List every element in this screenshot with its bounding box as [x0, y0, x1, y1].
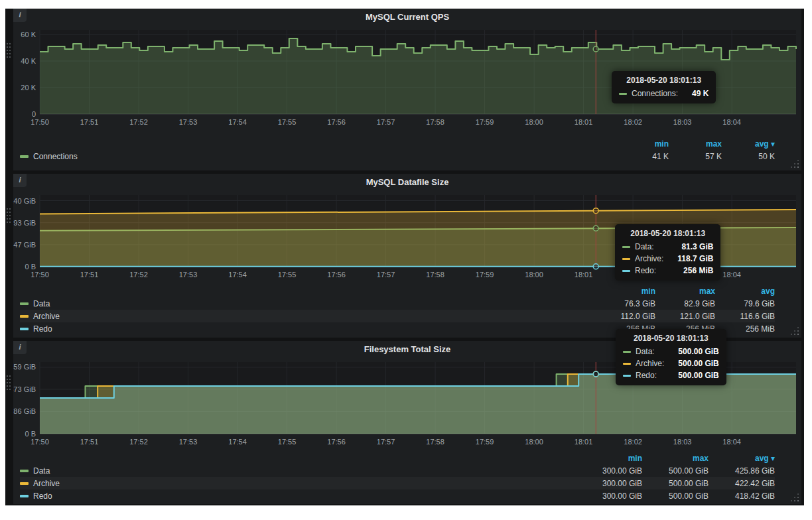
x-tick-label: 17:59 — [476, 438, 494, 446]
legend-sort-avg[interactable]: avg — [715, 287, 775, 296]
legend-sort-max[interactable]: max — [655, 287, 715, 296]
series-color-dash-icon — [20, 315, 29, 318]
x-tick-label: 17:52 — [129, 271, 148, 279]
x-tick-label: 17:51 — [80, 438, 99, 446]
x-tick-label: 17:59 — [476, 118, 494, 126]
info-icon[interactable]: i — [13, 174, 27, 187]
tooltip-row: Connections:49 K — [619, 89, 709, 98]
legend-sort-min[interactable]: min — [616, 139, 669, 149]
tooltip-timestamp: 2018-05-20 18:01:13 — [623, 334, 719, 343]
x-tick-label: 17:54 — [228, 118, 247, 126]
series-color-dash-icon — [622, 270, 630, 272]
x-tick-label: 17:56 — [327, 271, 346, 279]
legend-row-data: Data300.00 GiB500.00 GiB425.86 GiB — [20, 464, 775, 477]
legend-sort-avg[interactable]: avg ▾ — [709, 454, 775, 463]
info-icon[interactable]: i — [13, 341, 27, 354]
legend-series-toggle[interactable]: Archive — [20, 479, 576, 488]
tooltip-row: Data:81.3 GiB — [622, 242, 713, 251]
panel-resize-handle[interactable] — [797, 334, 799, 335]
tooltip-qps: 2018-05-20 18:01:13 Connections:49 K — [612, 71, 716, 103]
y-tick-label: 0 B — [25, 430, 36, 438]
series-color-dash-icon — [20, 302, 29, 305]
panel-title[interactable]: MySQL Datafile Size — [13, 174, 801, 191]
tooltip-series-value: 256 MiB — [674, 266, 713, 275]
tooltip-series-label: Redo: — [635, 266, 656, 275]
legend-series-toggle[interactable]: Archive — [20, 312, 596, 321]
x-tick-label: 17:57 — [377, 271, 395, 279]
info-icon[interactable]: i — [13, 9, 27, 22]
x-tick-label: 17:54 — [228, 271, 247, 279]
tooltip-series-label: Data: — [635, 242, 654, 251]
legend-series-toggle[interactable]: Redo — [20, 491, 576, 501]
x-tick-label: 17:52 — [129, 438, 148, 446]
tooltip-series-value: 500.00 GiB — [669, 359, 718, 368]
legend-sort-max[interactable]: max — [669, 139, 722, 149]
panel-drag-handle[interactable] — [7, 43, 8, 44]
legend-series-toggle[interactable]: Connections — [20, 152, 616, 161]
legend-stat-avg: 422.42 GiB — [709, 479, 775, 488]
tooltip-datafile: 2018-05-20 18:01:13 Data:81.3 GiBArchive… — [615, 224, 720, 281]
tooltip-series-value: 49 K — [683, 89, 709, 98]
datafile-legend: minmaxavgData76.3 GiB82.9 GiB79.6 GiBArc… — [13, 285, 801, 335]
legend-sort-avg[interactable]: avg ▾ — [722, 139, 775, 149]
series-color-dash-icon — [20, 495, 29, 497]
legend-header-row: minmaxavg — [20, 285, 775, 297]
series-color-dash-icon — [623, 375, 631, 377]
tooltip-series-value: 500.00 GiB — [669, 371, 718, 380]
panel-resize-handle[interactable] — [797, 166, 799, 168]
legend-sort-max[interactable]: max — [642, 454, 709, 463]
legend-sort-min[interactable]: min — [576, 454, 642, 463]
x-tick-label: 17:55 — [278, 438, 297, 446]
legend-stat-max: 500.00 GiB — [642, 479, 709, 488]
series-color-dash-icon — [619, 93, 627, 95]
y-tick-label: 40 K — [21, 57, 36, 65]
legend-series-toggle[interactable]: Data — [20, 299, 596, 308]
info-icon-glyph: i — [19, 176, 21, 184]
x-tick-label: 17:57 — [377, 438, 395, 446]
x-tick-label: 17:53 — [179, 271, 198, 279]
tooltip-row: Archive:500.00 GiB — [623, 359, 719, 368]
x-tick-label: 18:04 — [722, 118, 741, 126]
legend-stat-avg: 79.6 GiB — [715, 299, 775, 308]
x-tick-label: 17:58 — [426, 438, 444, 446]
series-color-dash-icon — [20, 482, 29, 485]
legend-stat-avg: 425.86 GiB — [709, 466, 775, 476]
y-tick-label: 186 GiB — [13, 407, 36, 415]
legend-row-data: Data76.3 GiB82.9 GiB79.6 GiB — [20, 297, 775, 310]
x-tick-label: 18:01 — [575, 118, 593, 126]
x-tick-label: 18:03 — [673, 118, 692, 126]
series-color-dash-icon — [20, 470, 29, 472]
y-tick-label: 140 GiB — [13, 197, 36, 205]
x-tick-label: 17:50 — [31, 438, 49, 446]
legend-series-toggle[interactable]: Redo — [20, 324, 596, 334]
legend-sort-min[interactable]: min — [596, 287, 655, 296]
x-tick-label: 17:56 — [327, 118, 346, 126]
legend-stat-avg: 116.6 GiB — [715, 312, 775, 321]
legend-stat-max: 500.00 GiB — [642, 466, 709, 476]
panel-title[interactable]: MySQL Current QPS — [13, 9, 801, 26]
tooltip-row: Archive:118.7 GiB — [622, 254, 713, 263]
series-color-dash-icon — [622, 246, 630, 248]
x-tick-label: 18:01 — [575, 271, 593, 279]
panel-resize-handle[interactable] — [797, 500, 799, 501]
panel-drag-handle[interactable] — [7, 375, 8, 377]
info-icon-glyph: i — [19, 343, 21, 351]
x-tick-label: 17:54 — [228, 438, 247, 446]
legend-stat-min: 300.00 GiB — [576, 491, 642, 501]
hover-point-marker — [593, 264, 598, 269]
legend-series-toggle[interactable]: Data — [20, 466, 576, 476]
y-tick-label: 20 K — [21, 84, 36, 92]
x-tick-label: 18:02 — [624, 118, 642, 126]
legend-stat-min: 41 K — [616, 152, 669, 161]
legend-header-row: minmaxavg ▾ — [20, 452, 775, 464]
x-tick-label: 17:52 — [129, 118, 148, 126]
series-color-dash-icon — [622, 258, 630, 260]
legend-stat-avg: 50 K — [722, 152, 775, 161]
legend-row-connections: Connections41 K57 K50 K — [20, 150, 775, 162]
x-tick-label: 17:55 — [278, 271, 297, 279]
legend-row-archive: Archive112.0 GiB121.0 GiB116.6 GiB — [20, 310, 775, 322]
tooltip-series-label: Archive: — [635, 254, 663, 263]
tooltip-filesystem: 2018-05-20 18:01:13 Data:500.00 GiBArchi… — [616, 329, 726, 385]
panel-drag-handle[interactable] — [7, 208, 8, 210]
x-tick-label: 18:00 — [525, 118, 543, 126]
